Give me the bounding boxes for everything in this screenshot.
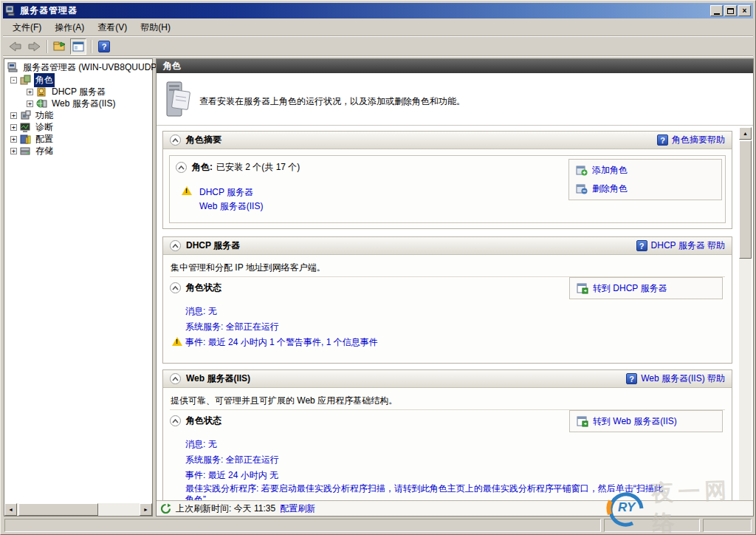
refresh-icon (160, 503, 171, 514)
tree-node-roles[interactable]: - 角色 (10, 74, 55, 86)
warning-icon: ! (172, 337, 182, 346)
menu-view[interactable]: 查看(V) (91, 19, 134, 36)
status-pane-secondary (604, 519, 700, 532)
roles-summary-section: 角色摘要 ? 角色摘要帮助 角色: 已安装 2 个(共 17 个) ! DHCP… (162, 131, 732, 229)
collapse-chevron-icon[interactable] (170, 282, 181, 293)
remove-role-icon (576, 183, 588, 194)
back-button[interactable] (7, 38, 24, 55)
roles-summary-help-link[interactable]: 角色摘要帮助 (672, 134, 725, 146)
roles-inner-box: 角色: 已安装 2 个(共 17 个) ! DHCP 服务器 Web 服务器(I… (169, 155, 726, 223)
last-refresh-label: 上次刷新时间: 今天 11:35 (176, 502, 275, 515)
goto-web-link[interactable]: 转到 Web 服务器(IIS) (593, 415, 677, 428)
dhcp-events-link[interactable]: 事件: 最近 24 小时内 1 个警告事件, 1 个信息事件 (185, 335, 378, 350)
help-icon: ? (636, 240, 647, 251)
expand-expander-icon[interactable]: + (10, 112, 17, 119)
close-button[interactable]: × (738, 5, 751, 16)
menu-help[interactable]: 帮助(H) (134, 19, 177, 36)
web-events-link[interactable]: 事件: 最近 24 小时内 无 (185, 468, 664, 483)
dhcp-header: DHCP 服务器 ? DHCP 服务器 帮助 (163, 237, 732, 255)
configure-refresh-link[interactable]: 配置刷新 (280, 502, 315, 515)
collapse-chevron-icon[interactable] (170, 415, 181, 426)
expand-expander-icon[interactable]: + (10, 124, 17, 131)
page-title-bar: 角色 (157, 59, 753, 74)
vertical-scrollbar[interactable]: ▲ ▼ (739, 127, 752, 517)
tree-web-label[interactable]: Web 服务器(IIS) (50, 97, 117, 111)
tree-horizontal-scrollbar[interactable]: ◄ ► (4, 503, 152, 516)
server-manager-icon (7, 62, 18, 72)
collapse-chevron-icon[interactable] (170, 134, 181, 146)
web-goto-box: 转到 Web 服务器(IIS) (569, 410, 723, 432)
details-pane: 角色 查看安装在服务器上角色的运行状况，以及添加或删除角色和功能。 角色摘要 ?… (156, 58, 754, 517)
minimize-button[interactable] (710, 5, 723, 16)
role-status-title: 角色状态 (186, 415, 221, 427)
dhcp-section: DHCP 服务器 ? DHCP 服务器 帮助 集中管理和分配 IP 地址到网络客… (162, 236, 732, 364)
collapse-chevron-icon[interactable] (170, 240, 181, 251)
remove-role-link[interactable]: 删除角色 (592, 183, 628, 195)
web-role-link[interactable]: Web 服务器(IIS) (199, 200, 263, 214)
page-description-area: 查看安装在服务器上角色的运行状况，以及添加或删除角色和功能。 (157, 75, 753, 126)
configuration-icon (20, 134, 31, 144)
toolbar-separator (91, 40, 92, 53)
collapse-chevron-icon[interactable] (170, 373, 181, 384)
dhcp-services-link[interactable]: 系统服务: 全部正在运行 (185, 319, 378, 335)
web-server-icon (36, 98, 47, 109)
diagnostics-icon (20, 122, 31, 132)
help-button[interactable]: ? (96, 38, 112, 55)
web-help-link[interactable]: Web 服务器(IIS) 帮助 (641, 372, 725, 385)
expand-expander-icon[interactable]: + (27, 89, 33, 95)
roles-icon (20, 75, 31, 85)
expand-expander-icon[interactable]: + (10, 148, 17, 154)
menu-bar: 文件(F) 操作(A) 查看(V) 帮助(H) (3, 19, 753, 36)
web-services-link[interactable]: 系统服务: 全部正在运行 (185, 452, 664, 468)
tree-node-root[interactable]: 服务器管理器 (WIN-UVB8QUUDP7 (7, 61, 163, 73)
tree-storage-label[interactable]: 存储 (34, 144, 55, 158)
dhcp-messages-link[interactable]: 消息: 无 (185, 304, 378, 319)
console-window-icon (72, 41, 84, 52)
scrollbar-thumb[interactable] (739, 140, 752, 259)
scroll-right-icon[interactable]: ► (140, 503, 152, 516)
dhcp-server-icon (36, 86, 47, 97)
forward-button[interactable] (26, 38, 42, 55)
section-title: DHCP 服务器 (186, 239, 240, 252)
expand-expander-icon[interactable]: + (10, 136, 17, 143)
section-title: Web 服务器(IIS) (186, 372, 250, 385)
goto-icon (577, 416, 588, 427)
scroll-left-icon[interactable]: ◄ (4, 503, 17, 516)
console-tree-panel: 服务器管理器 (WIN-UVB8QUUDP7 - 角色 + DHCP 服务器 +… (4, 58, 153, 517)
dhcp-help-link[interactable]: DHCP 服务器 帮助 (651, 239, 725, 252)
forward-arrow-icon (27, 41, 41, 52)
web-iis-header: Web 服务器(IIS) ? Web 服务器(IIS) 帮助 (163, 370, 732, 388)
goto-dhcp-link[interactable]: 转到 DHCP 服务器 (593, 282, 667, 295)
title-bar[interactable]: 服务器管理器 × (3, 3, 753, 18)
features-icon (20, 110, 31, 120)
web-iis-section: Web 服务器(IIS) ? Web 服务器(IIS) 帮助 提供可靠、可管理并… (162, 369, 732, 502)
menu-action[interactable]: 操作(A) (48, 19, 91, 36)
dhcp-description: 集中管理和分配 IP 地址到网络客户端。 (171, 262, 326, 274)
dhcp-role-link[interactable]: DHCP 服务器 (199, 185, 263, 200)
scrollbar-thumb[interactable] (18, 503, 98, 516)
help-icon: ? (657, 134, 668, 146)
menu-file[interactable]: 文件(F) (6, 19, 48, 36)
web-messages-link[interactable]: 消息: 无 (185, 437, 664, 452)
storage-icon (20, 146, 31, 156)
collapse-expander-icon[interactable]: - (10, 77, 17, 84)
folder-icon (53, 41, 66, 52)
collapse-chevron-icon[interactable] (176, 162, 187, 173)
refresh-bar: 上次刷新时间: 今天 11:35 配置刷新 (157, 500, 753, 516)
close-icon: × (743, 7, 747, 15)
status-bar (3, 518, 753, 533)
scroll-up-icon[interactable]: ▲ (739, 127, 752, 140)
add-role-link[interactable]: 添加角色 (592, 164, 628, 177)
expand-expander-icon[interactable]: + (27, 100, 33, 107)
maximize-button[interactable] (724, 5, 737, 16)
tree-node-storage[interactable]: + 存储 (10, 145, 55, 157)
help-icon: ? (626, 373, 637, 384)
minimize-icon (714, 13, 720, 15)
page-description: 查看安装在服务器上角色的运行状况，以及添加或删除角色和功能。 (199, 95, 731, 108)
section-title: 角色摘要 (186, 134, 221, 146)
roles-summary-header: 角色摘要 ? 角色摘要帮助 (163, 132, 732, 149)
export-list-button[interactable] (52, 38, 68, 55)
warning-icon: ! (182, 186, 192, 195)
role-status-title: 角色状态 (186, 282, 221, 294)
console-tree-button[interactable] (70, 38, 86, 55)
